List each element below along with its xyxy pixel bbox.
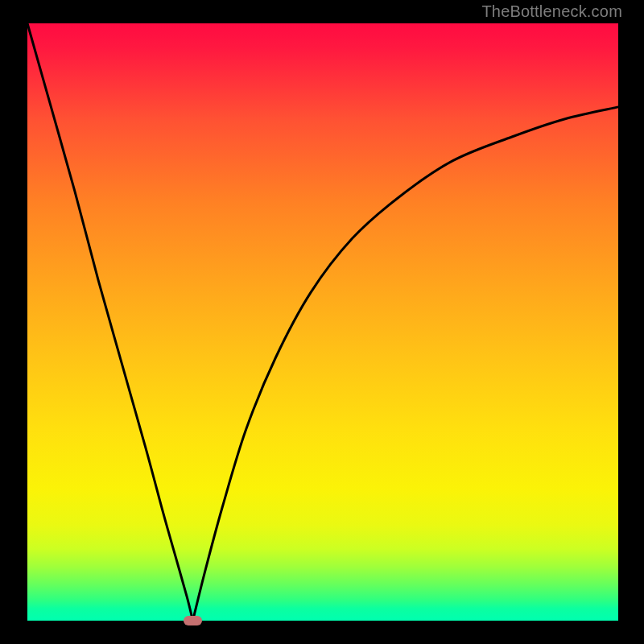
attribution-text: TheBottleneck.com [481, 2, 622, 21]
gradient-plot-area [27, 23, 618, 621]
bottleneck-marker [184, 616, 202, 625]
chart-container: TheBottleneck.com [0, 0, 644, 644]
